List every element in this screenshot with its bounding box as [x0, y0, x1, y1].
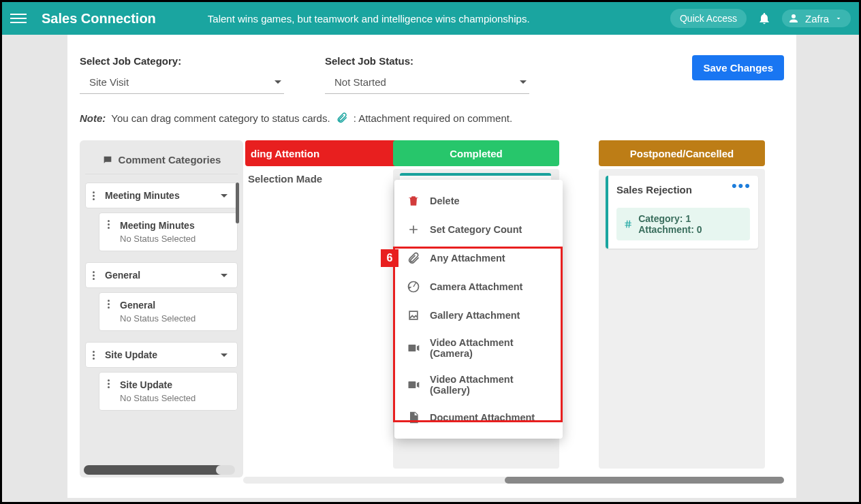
ctx-delete-label: Delete: [430, 195, 460, 206]
avatar-icon: [787, 12, 800, 25]
column-postponed: Postponed/Cancelled Sales Rejection ••• …: [599, 140, 765, 469]
ctx-document-label: Document Attachment: [430, 412, 535, 423]
video-icon: [407, 341, 420, 355]
category-name: General: [105, 270, 215, 281]
job-category-block: Select Job Category: Site Visit: [80, 55, 284, 94]
ctx-any-label: Any Attachment: [430, 253, 505, 264]
callout-6: 6: [381, 249, 398, 267]
aperture-icon: [407, 280, 420, 294]
ctx-camera-attachment[interactable]: Camera Attachment: [394, 272, 563, 301]
category-sub-item[interactable]: Meeting Minutes No Status Selected: [99, 212, 238, 251]
ctx-video-cam-label: Video Attachment (Camera): [430, 337, 550, 359]
ctx-set-count[interactable]: Set Category Count: [394, 215, 563, 244]
comment-categories-header: Comment Categories: [85, 148, 238, 174]
sub-title: Site Update: [120, 379, 195, 390]
category-name: Meeting Minutes: [105, 190, 215, 201]
user-menu[interactable]: Zafra: [782, 10, 851, 27]
bell-icon[interactable]: [757, 12, 771, 25]
column-header-completed: Completed: [393, 140, 559, 166]
panel-scrollbar-track: [216, 465, 235, 475]
board-area: ding Attention Selection Made Completed …: [80, 140, 784, 488]
board-scrollbar-thumb[interactable]: [505, 477, 784, 484]
categories-scroll[interactable]: Meeting Minutes Meeting Minutes No Statu…: [85, 183, 238, 411]
drag-handle-icon[interactable]: [108, 300, 114, 324]
drag-handle-icon[interactable]: [93, 351, 99, 360]
plus-icon: [407, 223, 420, 236]
paperclip-icon: [407, 251, 420, 265]
ctx-video-camera[interactable]: Video Attachment (Camera): [394, 330, 563, 366]
tagline-text: Talent wins games, but teamwork and inte…: [208, 13, 530, 25]
ctx-delete[interactable]: Delete: [394, 187, 563, 215]
ctx-video-gal-label: Video Attachment (Gallery): [430, 374, 550, 396]
category-sub-item[interactable]: General No Status Selected: [99, 292, 238, 331]
content-card: Select Job Category: Site Visit Select J…: [67, 35, 796, 498]
caret-down-icon[interactable]: [221, 194, 228, 198]
comment-categories-panel: Comment Categories Meeting Minutes M: [80, 140, 243, 477]
caret-down-icon: [275, 80, 281, 84]
card-badge: Category: 1 Attachment: 0: [616, 208, 750, 240]
column-header-postponed: Postponed/Cancelled: [599, 140, 765, 166]
ctx-gallery-attachment[interactable]: Gallery Attachment: [394, 301, 563, 330]
comment-categories-title: Comment Categories: [119, 154, 221, 166]
menu-icon[interactable]: [10, 10, 27, 27]
ctx-any-attachment[interactable]: Any Attachment: [394, 244, 563, 272]
sub-status: No Status Selected: [120, 234, 195, 244]
trash-icon: [407, 194, 420, 208]
category-group[interactable]: Site Update: [85, 342, 238, 368]
note-row: Note: You can drag comment category to s…: [80, 112, 784, 124]
content-area: Select Job Category: Site Visit Select J…: [2, 35, 859, 502]
user-name: Zafra: [805, 13, 829, 25]
sub-title: General: [120, 300, 195, 311]
job-category-value: Site Visit: [89, 76, 129, 88]
hash-icon: [623, 219, 633, 230]
sub-status: No Status Selected: [120, 393, 195, 403]
caret-down-icon[interactable]: [221, 353, 228, 357]
job-status-block: Select Job Status: Not Started: [325, 55, 529, 94]
drag-handle-icon[interactable]: [108, 379, 114, 403]
drag-handle-icon[interactable]: [93, 271, 99, 280]
note-label: Note:: [80, 112, 106, 124]
drag-handle-icon[interactable]: [93, 191, 99, 200]
board-scrollbar-track[interactable]: [243, 477, 784, 484]
category-name: Site Update: [105, 349, 215, 360]
brand-title: Sales Connection: [42, 11, 156, 27]
ctx-document[interactable]: Document Attachment: [394, 403, 563, 432]
app-frame: Sales Connection Talent wins games, but …: [0, 0, 861, 504]
more-icon[interactable]: •••: [732, 183, 751, 189]
caret-down-icon[interactable]: [221, 274, 228, 277]
category-sub-item[interactable]: Site Update No Status Selected: [99, 372, 238, 411]
job-category-select[interactable]: Site Visit: [80, 72, 284, 94]
sub-title: Meeting Minutes: [120, 220, 195, 231]
job-status-label: Select Job Status:: [325, 55, 529, 67]
panel-scrollbar-thumb[interactable]: [84, 465, 227, 475]
card-title: Sales Rejection: [616, 184, 750, 195]
quick-access-button[interactable]: Quick Access: [670, 9, 747, 28]
drag-handle-icon[interactable]: [108, 220, 114, 244]
note-text: You can drag comment category to status …: [111, 112, 330, 124]
svg-point-0: [792, 14, 796, 18]
video-icon: [407, 378, 420, 392]
category-group[interactable]: Meeting Minutes: [85, 183, 238, 208]
card-sales-rejection[interactable]: Sales Rejection ••• Category: 1 Attachme…: [606, 176, 758, 249]
ctx-gallery-label: Gallery Attachment: [430, 310, 520, 321]
ctx-camera-label: Camera Attachment: [430, 281, 522, 292]
job-category-label: Select Job Category:: [80, 55, 284, 67]
top-bar: Sales Connection Talent wins games, but …: [2, 2, 859, 35]
paperclip-icon: [336, 112, 348, 124]
chat-icon: [102, 155, 113, 166]
job-status-value: Not Started: [334, 76, 386, 88]
selectors-row: Select Job Category: Site Visit Select J…: [80, 55, 784, 94]
ctx-video-gallery[interactable]: Video Attachment (Gallery): [394, 366, 563, 403]
job-status-select[interactable]: Not Started: [325, 72, 529, 94]
card-badge-text: Category: 1 Attachment: 0: [638, 213, 743, 235]
column-body-postponed[interactable]: Sales Rejection ••• Category: 1 Attachme…: [599, 169, 765, 469]
context-menu: Delete Set Category Count Any Attachment…: [394, 180, 563, 439]
caret-down-icon: [520, 80, 527, 84]
note-attach-text: : Attachment required on comment.: [354, 112, 512, 124]
sub-status: No Status Selected: [120, 313, 195, 324]
ctx-set-count-label: Set Category Count: [430, 224, 522, 235]
save-changes-button[interactable]: Save Changes: [692, 55, 784, 80]
chevron-down-icon: [834, 14, 843, 22]
category-group[interactable]: General: [85, 262, 238, 288]
image-icon: [407, 309, 420, 322]
